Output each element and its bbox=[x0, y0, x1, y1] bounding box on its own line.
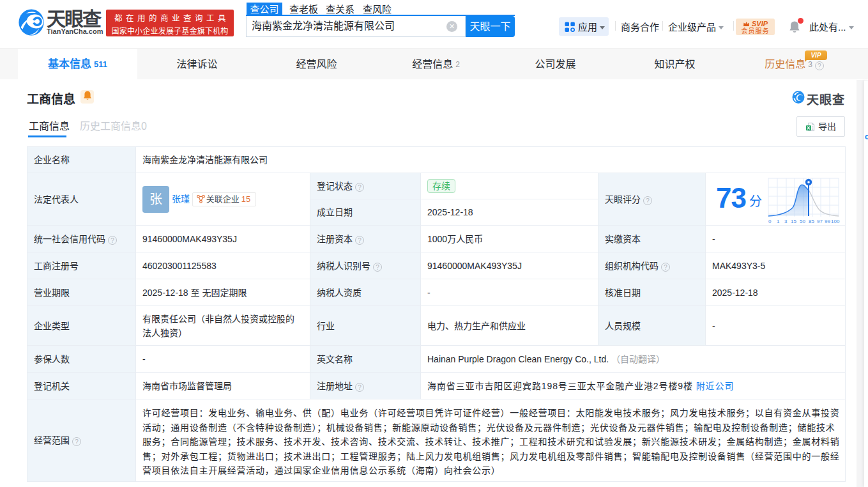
svg-text:15: 15 bbox=[791, 219, 796, 224]
svg-text:100: 100 bbox=[831, 219, 840, 224]
svg-text:99: 99 bbox=[825, 219, 830, 224]
svg-text:50: 50 bbox=[800, 219, 805, 224]
svg-text:1: 1 bbox=[777, 219, 780, 224]
svg-text:97: 97 bbox=[817, 219, 823, 224]
svg-text:3: 3 bbox=[784, 219, 788, 224]
svg-text:85: 85 bbox=[809, 219, 814, 224]
svg-text:0: 0 bbox=[768, 219, 772, 224]
